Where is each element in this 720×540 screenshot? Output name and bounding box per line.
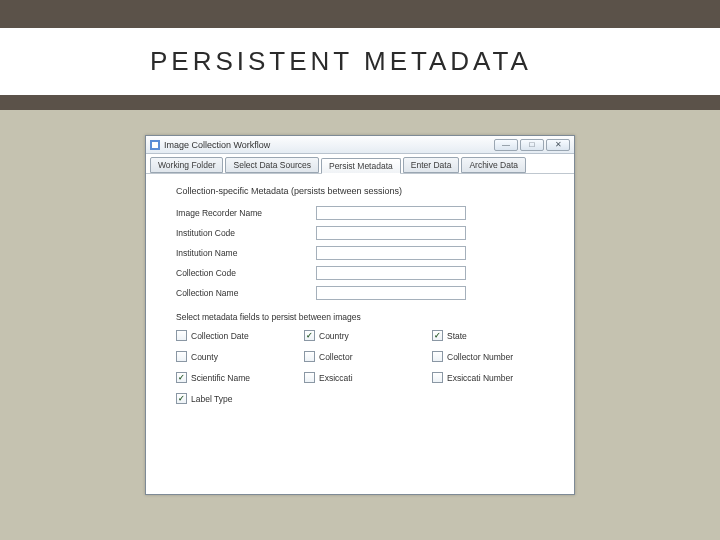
check-collection-date[interactable]: Collection Date [176, 330, 296, 341]
svg-rect-1 [152, 142, 158, 148]
check-country[interactable]: Country [304, 330, 424, 341]
window-body: Collection-specific Metadata (persists b… [146, 174, 574, 494]
field-label: Institution Code [176, 228, 316, 238]
check-exsiccati[interactable]: Exsiccati [304, 372, 424, 383]
checkbox-icon [432, 351, 443, 362]
collection-name-input[interactable] [316, 286, 466, 300]
check-county[interactable]: County [176, 351, 296, 362]
check-label: Scientific Name [191, 373, 250, 383]
checkbox-icon [432, 372, 443, 383]
window-title: Image Collection Workflow [164, 140, 494, 150]
tab-archive-data[interactable]: Archive Data [461, 157, 526, 173]
check-label-type[interactable]: Label Type [176, 393, 296, 404]
app-icon [150, 140, 160, 150]
form-area: Image Recorder Name Institution Code Ins… [176, 206, 554, 300]
tab-persist-metadata[interactable]: Persist Metadata [321, 158, 401, 174]
checkbox-icon [304, 330, 315, 341]
check-collector[interactable]: Collector [304, 351, 424, 362]
field-row: Collection Name [176, 286, 554, 300]
field-row: Institution Code [176, 226, 554, 240]
window-controls: — □ ✕ [494, 139, 570, 151]
slide: PERSISTENT METADATA Image Collection Wor… [0, 0, 720, 540]
maximize-button[interactable]: □ [520, 139, 544, 151]
field-label: Institution Name [176, 248, 316, 258]
app-window: Image Collection Workflow — □ ✕ Working … [145, 135, 575, 495]
check-label: County [191, 352, 218, 362]
institution-code-input[interactable] [316, 226, 466, 240]
check-label: Exsiccati [319, 373, 353, 383]
check-label: State [447, 331, 467, 341]
field-label: Image Recorder Name [176, 208, 316, 218]
minimize-button[interactable]: — [494, 139, 518, 151]
check-label: Collection Date [191, 331, 249, 341]
tab-enter-data[interactable]: Enter Data [403, 157, 460, 173]
check-label: Collector Number [447, 352, 513, 362]
collection-code-input[interactable] [316, 266, 466, 280]
persist-heading: Select metadata fields to persist betwee… [176, 312, 554, 322]
slide-title: PERSISTENT METADATA [0, 28, 720, 95]
check-label: Label Type [191, 394, 232, 404]
checkbox-grid: Collection Date Country State County Col… [176, 330, 554, 404]
check-state[interactable]: State [432, 330, 552, 341]
field-row: Collection Code [176, 266, 554, 280]
checkbox-icon [304, 372, 315, 383]
check-label: Collector [319, 352, 353, 362]
window-titlebar: Image Collection Workflow — □ ✕ [146, 136, 574, 154]
check-scientific-name[interactable]: Scientific Name [176, 372, 296, 383]
section-heading: Collection-specific Metadata (persists b… [176, 186, 554, 196]
checkbox-icon [304, 351, 315, 362]
close-button[interactable]: ✕ [546, 139, 570, 151]
check-collector-number[interactable]: Collector Number [432, 351, 552, 362]
institution-name-input[interactable] [316, 246, 466, 260]
checkbox-icon [176, 330, 187, 341]
check-label: Country [319, 331, 349, 341]
field-row: Image Recorder Name [176, 206, 554, 220]
checkbox-icon [176, 393, 187, 404]
field-label: Collection Code [176, 268, 316, 278]
field-row: Institution Name [176, 246, 554, 260]
tab-select-data-sources[interactable]: Select Data Sources [225, 157, 318, 173]
checkbox-icon [432, 330, 443, 341]
checkbox-icon [176, 372, 187, 383]
image-recorder-name-input[interactable] [316, 206, 466, 220]
checkbox-icon [176, 351, 187, 362]
check-label: Exsiccati Number [447, 373, 513, 383]
tab-strip: Working Folder Select Data Sources Persi… [146, 154, 574, 174]
check-exsiccati-number[interactable]: Exsiccati Number [432, 372, 552, 383]
tab-working-folder[interactable]: Working Folder [150, 157, 223, 173]
field-label: Collection Name [176, 288, 316, 298]
